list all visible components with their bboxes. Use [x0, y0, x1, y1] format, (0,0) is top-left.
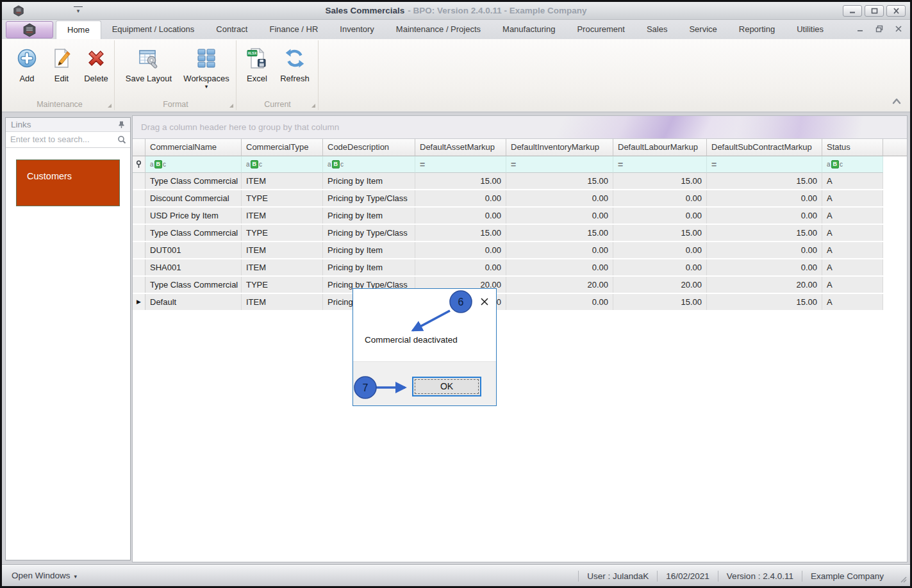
- cell-defaultassetmarkup[interactable]: 0.00: [415, 242, 506, 258]
- cell-defaultinventorymarkup[interactable]: 0.00: [506, 242, 613, 258]
- maximize-button[interactable]: [865, 5, 884, 17]
- cell-defaultinventorymarkup[interactable]: 0.00: [506, 259, 613, 275]
- table-row[interactable]: USD Price by ItemITEMPricing by Item0.00…: [133, 208, 883, 225]
- tab-equipment-locations[interactable]: Equipment / Locations: [101, 20, 206, 39]
- group-by-bar[interactable]: Drag a column header here to group by th…: [133, 116, 907, 139]
- cell-defaultsubcontractmarkup[interactable]: 0.00: [707, 242, 822, 258]
- column-header-codedescription[interactable]: CodeDescription: [323, 139, 415, 156]
- cell-codedescription[interactable]: Pricing by Item: [323, 208, 415, 224]
- ribbon-restore-icon[interactable]: [875, 25, 883, 33]
- cell-defaultlabourmarkup[interactable]: 0.00: [613, 208, 707, 224]
- cell-commercialname[interactable]: Type Class Commercial: [145, 277, 242, 293]
- cell-defaultassetmarkup[interactable]: 0.00: [415, 190, 506, 206]
- cell-defaultsubcontractmarkup[interactable]: 15.00: [707, 294, 822, 310]
- cell-defaultsubcontractmarkup[interactable]: 0.00: [707, 208, 822, 224]
- column-header-defaultassetmarkup[interactable]: DefaultAssetMarkup: [415, 139, 506, 156]
- filter-cell-status[interactable]: aBc: [822, 156, 883, 173]
- tab-utilities[interactable]: Utilities: [786, 20, 834, 39]
- cell-defaultinventorymarkup[interactable]: 0.00: [506, 190, 613, 206]
- cell-defaultlabourmarkup[interactable]: 20.00: [613, 277, 707, 293]
- cell-commercialname[interactable]: Type Class Commercial: [145, 225, 242, 241]
- tab-contract[interactable]: Contract: [205, 20, 258, 39]
- cell-defaultlabourmarkup[interactable]: 0.00: [613, 190, 707, 206]
- tab-maintenance-projects[interactable]: Maintenance / Projects: [385, 20, 492, 39]
- column-header-status[interactable]: Status: [822, 139, 883, 156]
- cell-defaultinventorymarkup[interactable]: 15.00: [506, 173, 613, 189]
- cell-commercialname[interactable]: USD Price by Item: [145, 208, 242, 224]
- cell-commercialtype[interactable]: ITEM: [242, 242, 323, 258]
- workspaces-button[interactable]: Workspaces ▾: [179, 44, 233, 89]
- cell-commercialname[interactable]: Discount Commercial: [145, 190, 242, 206]
- column-header-defaultlabourmarkup[interactable]: DefaultLabourMarkup: [613, 139, 707, 156]
- table-row[interactable]: Discount CommercialTYPEPricing by Type/C…: [133, 190, 883, 208]
- minimize-button[interactable]: [843, 5, 862, 17]
- cell-commercialname[interactable]: Default: [145, 294, 242, 310]
- search-icon[interactable]: [117, 135, 126, 144]
- cell-status[interactable]: A: [822, 294, 883, 310]
- ribbon-minimize-icon[interactable]: [856, 25, 864, 33]
- filter-cell-defaultassetmarkup[interactable]: =: [415, 156, 506, 173]
- cell-codedescription[interactable]: Pricing by Item: [323, 173, 415, 189]
- cell-defaultinventorymarkup[interactable]: 15.00: [506, 225, 613, 241]
- tab-procurement[interactable]: Procurement: [566, 20, 635, 39]
- table-row[interactable]: DUT001ITEMPricing by Item0.000.000.000.0…: [133, 242, 883, 259]
- table-row[interactable]: Type Class CommercialTYPEPricing by Type…: [133, 225, 883, 242]
- cell-commercialname[interactable]: SHA001: [145, 259, 242, 275]
- cell-status[interactable]: A: [822, 208, 883, 224]
- filter-cell-commercialtype[interactable]: aBc: [242, 156, 323, 173]
- cell-defaultassetmarkup[interactable]: 15.00: [415, 173, 506, 189]
- column-header-defaultinventorymarkup[interactable]: DefaultInventoryMarkup: [506, 139, 613, 156]
- filter-cell-defaultinventorymarkup[interactable]: =: [506, 156, 613, 173]
- pin-icon[interactable]: [117, 120, 126, 129]
- group-dialog-launcher-icon[interactable]: [311, 104, 315, 108]
- add-button[interactable]: Add: [10, 44, 44, 83]
- ok-button[interactable]: OK: [412, 377, 481, 396]
- refresh-button[interactable]: Refresh: [275, 44, 315, 83]
- cell-status[interactable]: A: [822, 190, 883, 206]
- cell-defaultinventorymarkup[interactable]: 0.00: [506, 294, 613, 310]
- cell-codedescription[interactable]: Pricing by Type/Class: [323, 225, 415, 241]
- cell-status[interactable]: A: [822, 259, 883, 275]
- filter-cell-codedescription[interactable]: aBc: [323, 156, 415, 173]
- table-row[interactable]: Type Class CommercialTYPEPricing by Type…: [133, 277, 883, 294]
- tab-service[interactable]: Service: [678, 20, 727, 39]
- cell-commercialname[interactable]: DUT001: [145, 242, 242, 258]
- tab-home[interactable]: Home: [56, 20, 101, 39]
- cell-defaultassetmarkup[interactable]: 0.00: [415, 259, 506, 275]
- filter-cell-commercialname[interactable]: aBc: [145, 156, 242, 173]
- cell-defaultlabourmarkup[interactable]: 15.00: [613, 173, 707, 189]
- cell-commercialtype[interactable]: TYPE: [242, 277, 323, 293]
- cell-defaultsubcontractmarkup[interactable]: 15.00: [707, 225, 822, 241]
- cell-defaultassetmarkup[interactable]: 0.00: [415, 208, 506, 224]
- cell-commercialtype[interactable]: TYPE: [242, 225, 323, 241]
- link-tile-customers[interactable]: Customers: [16, 159, 120, 206]
- cell-commercialname[interactable]: Type Class Commercial: [145, 173, 242, 189]
- tab-finance-hr[interactable]: Finance / HR: [258, 20, 329, 39]
- cell-defaultinventorymarkup[interactable]: 0.00: [506, 208, 613, 224]
- cell-commercialtype[interactable]: ITEM: [242, 173, 323, 189]
- cell-commercialtype[interactable]: ITEM: [242, 294, 323, 310]
- excel-button[interactable]: XLSX Excel: [240, 44, 274, 83]
- cell-defaultsubcontractmarkup[interactable]: 20.00: [707, 277, 822, 293]
- edit-button[interactable]: Edit: [45, 44, 78, 83]
- delete-button[interactable]: Delete: [79, 44, 113, 83]
- column-header-defaultsubcontractmarkup[interactable]: DefaultSubContractMarkup: [707, 139, 822, 156]
- cell-codedescription[interactable]: Pricing by Item: [323, 242, 415, 258]
- resize-grip[interactable]: [898, 574, 908, 584]
- dialog-close-icon[interactable]: [480, 297, 489, 306]
- cell-defaultsubcontractmarkup[interactable]: 15.00: [707, 173, 822, 189]
- cell-status[interactable]: A: [822, 242, 883, 258]
- cell-defaultlabourmarkup[interactable]: 15.00: [613, 294, 707, 310]
- filter-cell-defaultsubcontractmarkup[interactable]: =: [707, 156, 822, 173]
- filter-edit-icon[interactable]: [133, 156, 145, 173]
- ribbon-close-icon[interactable]: [895, 25, 902, 33]
- open-windows-button[interactable]: Open Windows▾: [12, 566, 77, 587]
- application-menu-button[interactable]: [6, 21, 53, 38]
- tab-reporting[interactable]: Reporting: [728, 20, 786, 39]
- cell-defaultlabourmarkup[interactable]: 0.00: [613, 259, 707, 275]
- cell-defaultsubcontractmarkup[interactable]: 0.00: [707, 259, 822, 275]
- table-row[interactable]: SHA001ITEMPricing by Item0.000.000.000.0…: [133, 259, 883, 277]
- cell-status[interactable]: A: [822, 173, 883, 189]
- close-button[interactable]: [886, 5, 906, 17]
- cell-status[interactable]: A: [822, 277, 883, 293]
